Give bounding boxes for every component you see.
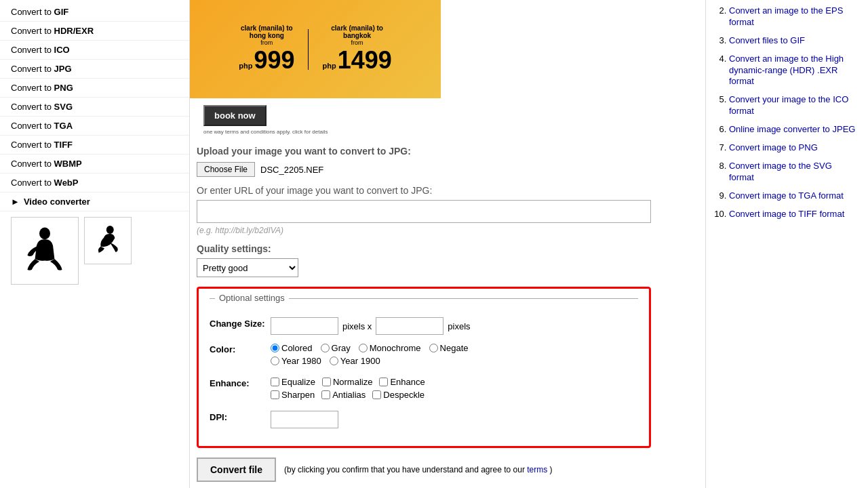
sidebar-item-svg[interactable]: Convert to SVG [0, 98, 189, 117]
color-gray[interactable]: Gray [321, 343, 351, 353]
enhance-sharpen[interactable]: Sharpen [271, 390, 315, 400]
size-inputs: pixels x pixels [271, 317, 638, 335]
sidebar-item-hdr[interactable]: Convert to HDR/EXR [0, 22, 189, 41]
dpi-input[interactable] [271, 411, 338, 428]
right-sidebar-link[interactable]: Convert your image to the ICO format [729, 94, 848, 116]
right-sidebar-list: Convert an image to the EPS format Conve… [715, 5, 859, 220]
left-sidebar: Convert to GIF Convert to HDR/EXR Conver… [0, 0, 190, 488]
price2: 1499 [338, 46, 392, 75]
enhance-equalize-checkbox[interactable] [271, 378, 279, 386]
sidebar-item-ico[interactable]: Convert to ICO [0, 41, 189, 60]
enhance-normalize[interactable]: Normalize [322, 377, 373, 387]
book-now-button[interactable]: book now [203, 105, 267, 126]
width-input[interactable] [271, 317, 338, 335]
enhance-despeckle-checkbox[interactable] [372, 390, 381, 399]
quality-select-wrap: Pretty good Excellent Very good Good Nor… [197, 258, 698, 277]
dpi-row: DPI: [210, 411, 638, 428]
banner-route2: clark (manila) to bangkok from php 1499 [322, 24, 391, 75]
banner-route1: clark (manila) to hong kong from php 999 [239, 24, 294, 75]
sidebar-item-png[interactable]: Convert to PNG [0, 79, 189, 98]
right-sidebar-link[interactable]: Convert an image to the EPS format [729, 5, 843, 27]
height-input[interactable] [376, 317, 443, 335]
list-item: Convert files to GIF [729, 35, 859, 47]
banner-city1-from: clark (manila) to [239, 24, 294, 32]
dpi-label: DPI: [210, 411, 271, 422]
color-year1980-radio[interactable] [271, 357, 279, 365]
enhance-enhance[interactable]: Enhance [379, 377, 425, 387]
right-sidebar-link[interactable]: Convert an image to the High dynamic-ran… [729, 54, 844, 87]
right-sidebar-link[interactable]: Convert image to the SVG format [729, 161, 832, 182]
svg-point-3 [106, 225, 113, 233]
currency2: php [322, 62, 336, 70]
right-sidebar-link[interactable]: Convert image to TGA format [729, 190, 844, 201]
convert-button[interactable]: Convert file [197, 458, 276, 482]
url-label: Or enter URL of your image you want to c… [197, 185, 698, 196]
color-options: Colored Gray Monochrome [271, 343, 638, 356]
color-colored-radio[interactable] [271, 344, 279, 352]
right-sidebar-link[interactable]: Convert image to PNG [729, 142, 818, 152]
banner[interactable]: clark (manila) to hong kong from php 999… [190, 0, 441, 98]
banner-city1-to: hong kong [239, 32, 294, 39]
enhance-options-row1: Equalize Normalize Enhance [271, 377, 638, 390]
right-sidebar: Convert an image to the EPS format Conve… [705, 0, 868, 488]
price1: 999 [254, 46, 294, 75]
right-sidebar-link[interactable]: Convert files to GIF [729, 35, 805, 45]
sidebar-item-jpg[interactable]: Convert to JPG [0, 60, 189, 79]
list-item: Convert an image to the EPS format [729, 5, 859, 28]
svg-point-1 [39, 228, 50, 240]
banner-city2-to: bangkok [322, 32, 391, 39]
right-sidebar-link[interactable]: Online image converter to JPEG [729, 124, 855, 134]
sidebar-video-converter[interactable]: ► Video converter [0, 192, 189, 211]
banner-terms: one way terms and conditions apply. clic… [203, 129, 328, 135]
banner-city2-from: clark (manila) to [322, 24, 391, 32]
enhance-normalize-checkbox[interactable] [322, 378, 331, 386]
list-item: Convert image to PNG [729, 142, 859, 154]
list-item: Convert image to TIFF format [729, 209, 859, 220]
enhance-options-row2: Sharpen Antialias Despeckle [271, 390, 638, 403]
color-negate-radio[interactable] [429, 344, 438, 352]
color-gray-radio[interactable] [321, 344, 330, 352]
banner-from1: from [239, 39, 294, 46]
currency1: php [239, 62, 252, 70]
enhance-antialias-checkbox[interactable] [321, 390, 330, 399]
banner-from2: from [322, 39, 391, 46]
sidebar-item-tga[interactable]: Convert to TGA [0, 117, 189, 136]
change-size-row: Change Size: pixels x pixels [210, 317, 638, 335]
color-colored[interactable]: Colored [271, 343, 313, 353]
terms-link[interactable]: terms [527, 465, 547, 474]
banner-divider [308, 29, 309, 70]
choose-file-button[interactable]: Choose File [197, 162, 255, 177]
main-content: clark (manila) to hong kong from php 999… [190, 0, 705, 488]
quality-select[interactable]: Pretty good Excellent Very good Good Nor… [197, 258, 298, 277]
color-negate[interactable]: Negate [429, 343, 469, 353]
color-year1900[interactable]: Year 1900 [330, 356, 380, 366]
enhance-enhance-checkbox[interactable] [379, 378, 388, 386]
enhance-sharpen-checkbox[interactable] [271, 390, 279, 399]
color-year1980[interactable]: Year 1980 [271, 356, 321, 366]
list-item: Convert image to the SVG format [729, 161, 859, 184]
sidebar-item-tiff[interactable]: Convert to TIFF [0, 136, 189, 155]
list-item: Convert an image to the High dynamic-ran… [729, 54, 859, 88]
video-converter-label: Video converter [24, 197, 90, 207]
color-year1900-radio[interactable] [330, 357, 338, 365]
terms-text: (by clicking you confirm that you have u… [284, 465, 553, 474]
form-content: Upload your image you want to convert to… [190, 146, 705, 488]
enhance-equalize[interactable]: Equalize [271, 377, 315, 387]
enhance-antialias[interactable]: Antialias [321, 390, 366, 400]
expand-arrow-icon: ► [11, 197, 20, 207]
optional-settings-box: Optional settings Change Size: pixels x … [197, 287, 651, 448]
upload-label: Upload your image you want to convert to… [197, 146, 698, 157]
sidebar-item-wbmp[interactable]: Convert to WBMP [0, 155, 189, 174]
url-input[interactable] [197, 200, 651, 223]
sidebar-item-gif[interactable]: Convert to GIF [0, 3, 189, 22]
right-sidebar-link[interactable]: Convert image to TIFF format [729, 209, 844, 219]
color-monochrome-radio[interactable] [359, 344, 368, 352]
convert-row: Convert file (by clicking you confirm th… [197, 458, 698, 482]
thumbnail-large [11, 217, 79, 285]
upload-row: Choose File DSC_2205.NEF [197, 162, 698, 177]
sidebar-item-webp[interactable]: Convert to WebP [0, 174, 189, 192]
color-monochrome[interactable]: Monochrome [359, 343, 421, 353]
thumbnail-small [84, 217, 132, 264]
enhance-despeckle[interactable]: Despeckle [372, 390, 425, 400]
color-options-row2: Year 1980 Year 1900 [271, 356, 638, 369]
